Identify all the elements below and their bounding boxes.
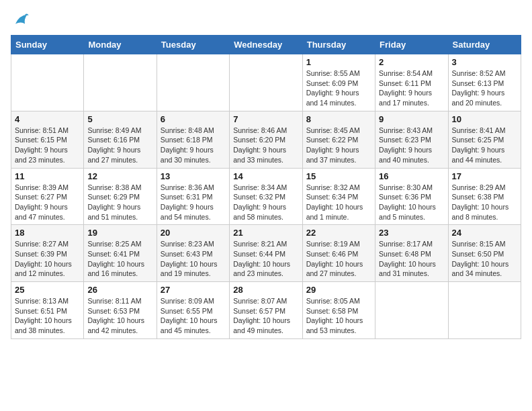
day-number: 14 (233, 171, 298, 181)
day-cell: 21Sunrise: 8:21 AM Sunset: 6:44 PM Dayli… (230, 225, 302, 282)
day-cell: 29Sunrise: 8:05 AM Sunset: 6:58 PM Dayli… (302, 282, 375, 339)
day-info: Sunrise: 8:13 AM Sunset: 6:51 PM Dayligh… (15, 296, 80, 336)
day-cell (157, 54, 229, 111)
day-number: 9 (379, 114, 444, 124)
day-number: 24 (452, 228, 517, 238)
day-header-saturday: Saturday (448, 36, 521, 54)
day-info: Sunrise: 8:15 AM Sunset: 6:50 PM Dayligh… (452, 239, 517, 279)
day-number: 5 (87, 114, 152, 124)
day-number: 19 (87, 228, 152, 238)
day-cell (375, 282, 448, 339)
day-cell: 4Sunrise: 8:51 AM Sunset: 6:15 PM Daylig… (11, 111, 84, 168)
day-info: Sunrise: 8:43 AM Sunset: 6:23 PM Dayligh… (379, 126, 444, 165)
day-info: Sunrise: 8:07 AM Sunset: 6:57 PM Dayligh… (233, 296, 298, 336)
day-cell: 19Sunrise: 8:25 AM Sunset: 6:41 PM Dayli… (84, 225, 157, 282)
day-cell: 11Sunrise: 8:39 AM Sunset: 6:27 PM Dayli… (11, 168, 84, 225)
day-header-sunday: Sunday (11, 36, 84, 54)
day-cell: 16Sunrise: 8:30 AM Sunset: 6:36 PM Dayli… (375, 168, 448, 225)
day-number: 23 (379, 228, 444, 238)
day-cell: 3Sunrise: 8:52 AM Sunset: 6:13 PM Daylig… (448, 54, 521, 111)
week-row-1: 4Sunrise: 8:51 AM Sunset: 6:15 PM Daylig… (11, 111, 521, 168)
day-cell: 7Sunrise: 8:46 AM Sunset: 6:20 PM Daylig… (230, 111, 302, 168)
day-info: Sunrise: 8:39 AM Sunset: 6:27 PM Dayligh… (15, 183, 80, 222)
day-info: Sunrise: 8:19 AM Sunset: 6:46 PM Dayligh… (306, 239, 371, 279)
day-info: Sunrise: 8:48 AM Sunset: 6:18 PM Dayligh… (161, 126, 226, 165)
day-cell: 23Sunrise: 8:17 AM Sunset: 6:48 PM Dayli… (375, 225, 448, 282)
day-number: 18 (15, 228, 80, 238)
day-cell (11, 54, 84, 111)
day-header-friday: Friday (375, 36, 448, 54)
day-header-tuesday: Tuesday (157, 36, 229, 54)
logo (11, 11, 32, 30)
week-row-4: 25Sunrise: 8:13 AM Sunset: 6:51 PM Dayli… (11, 282, 521, 339)
day-number: 2 (379, 57, 444, 67)
day-number: 26 (87, 285, 152, 295)
day-cell: 18Sunrise: 8:27 AM Sunset: 6:39 PM Dayli… (11, 225, 84, 282)
day-cell (230, 54, 302, 111)
week-row-2: 11Sunrise: 8:39 AM Sunset: 6:27 PM Dayli… (11, 168, 521, 225)
day-info: Sunrise: 8:29 AM Sunset: 6:38 PM Dayligh… (452, 183, 517, 222)
day-number: 22 (306, 228, 371, 238)
day-info: Sunrise: 8:27 AM Sunset: 6:39 PM Dayligh… (15, 239, 80, 279)
day-cell: 15Sunrise: 8:32 AM Sunset: 6:34 PM Dayli… (302, 168, 375, 225)
day-number: 6 (161, 114, 226, 124)
day-info: Sunrise: 8:34 AM Sunset: 6:32 PM Dayligh… (233, 183, 298, 222)
day-cell: 10Sunrise: 8:41 AM Sunset: 6:25 PM Dayli… (448, 111, 521, 168)
day-info: Sunrise: 8:45 AM Sunset: 6:22 PM Dayligh… (306, 126, 371, 165)
day-cell: 27Sunrise: 8:09 AM Sunset: 6:55 PM Dayli… (157, 282, 229, 339)
day-cell: 28Sunrise: 8:07 AM Sunset: 6:57 PM Dayli… (230, 282, 302, 339)
day-cell: 5Sunrise: 8:49 AM Sunset: 6:16 PM Daylig… (84, 111, 157, 168)
day-header-wednesday: Wednesday (230, 36, 302, 54)
day-info: Sunrise: 8:09 AM Sunset: 6:55 PM Dayligh… (161, 296, 226, 336)
day-number: 10 (452, 114, 517, 124)
day-cell: 22Sunrise: 8:19 AM Sunset: 6:46 PM Dayli… (302, 225, 375, 282)
day-info: Sunrise: 8:25 AM Sunset: 6:41 PM Dayligh… (87, 239, 152, 279)
day-cell: 6Sunrise: 8:48 AM Sunset: 6:18 PM Daylig… (157, 111, 229, 168)
day-info: Sunrise: 8:23 AM Sunset: 6:43 PM Dayligh… (161, 239, 226, 279)
day-cell: 9Sunrise: 8:43 AM Sunset: 6:23 PM Daylig… (375, 111, 448, 168)
logo-icon (11, 11, 30, 30)
day-info: Sunrise: 8:51 AM Sunset: 6:15 PM Dayligh… (15, 126, 80, 165)
day-cell: 20Sunrise: 8:23 AM Sunset: 6:43 PM Dayli… (157, 225, 229, 282)
day-info: Sunrise: 8:38 AM Sunset: 6:29 PM Dayligh… (87, 183, 152, 222)
day-info: Sunrise: 8:21 AM Sunset: 6:44 PM Dayligh… (233, 239, 298, 279)
day-number: 4 (15, 114, 80, 124)
day-info: Sunrise: 8:54 AM Sunset: 6:11 PM Dayligh… (379, 68, 444, 108)
calendar-header-row: SundayMondayTuesdayWednesdayThursdayFrid… (11, 36, 521, 54)
day-number: 27 (161, 285, 226, 295)
calendar: SundayMondayTuesdayWednesdayThursdayFrid… (11, 35, 521, 339)
day-cell: 25Sunrise: 8:13 AM Sunset: 6:51 PM Dayli… (11, 282, 84, 339)
day-number: 11 (15, 171, 80, 181)
day-info: Sunrise: 8:30 AM Sunset: 6:36 PM Dayligh… (379, 183, 444, 222)
day-cell (84, 54, 157, 111)
day-number: 16 (379, 171, 444, 181)
header (11, 11, 521, 30)
day-cell: 24Sunrise: 8:15 AM Sunset: 6:50 PM Dayli… (448, 225, 521, 282)
day-number: 21 (233, 228, 298, 238)
day-number: 15 (306, 171, 371, 181)
day-number: 7 (233, 114, 298, 124)
day-number: 28 (233, 285, 298, 295)
day-info: Sunrise: 8:05 AM Sunset: 6:58 PM Dayligh… (306, 296, 371, 336)
day-info: Sunrise: 8:11 AM Sunset: 6:53 PM Dayligh… (87, 296, 152, 336)
day-cell: 26Sunrise: 8:11 AM Sunset: 6:53 PM Dayli… (84, 282, 157, 339)
day-number: 25 (15, 285, 80, 295)
day-info: Sunrise: 8:17 AM Sunset: 6:48 PM Dayligh… (379, 239, 444, 279)
day-info: Sunrise: 8:52 AM Sunset: 6:13 PM Dayligh… (452, 68, 517, 108)
day-info: Sunrise: 8:55 AM Sunset: 6:09 PM Dayligh… (306, 68, 371, 108)
day-number: 12 (87, 171, 152, 181)
day-info: Sunrise: 8:46 AM Sunset: 6:20 PM Dayligh… (233, 126, 298, 165)
day-cell: 17Sunrise: 8:29 AM Sunset: 6:38 PM Dayli… (448, 168, 521, 225)
day-header-monday: Monday (84, 36, 157, 54)
day-info: Sunrise: 8:32 AM Sunset: 6:34 PM Dayligh… (306, 183, 371, 222)
day-cell: 12Sunrise: 8:38 AM Sunset: 6:29 PM Dayli… (84, 168, 157, 225)
day-cell: 8Sunrise: 8:45 AM Sunset: 6:22 PM Daylig… (302, 111, 375, 168)
day-info: Sunrise: 8:36 AM Sunset: 6:31 PM Dayligh… (161, 183, 226, 222)
day-number: 1 (306, 57, 371, 67)
day-number: 8 (306, 114, 371, 124)
day-cell: 14Sunrise: 8:34 AM Sunset: 6:32 PM Dayli… (230, 168, 302, 225)
day-number: 17 (452, 171, 517, 181)
day-number: 13 (161, 171, 226, 181)
day-number: 3 (452, 57, 517, 67)
week-row-3: 18Sunrise: 8:27 AM Sunset: 6:39 PM Dayli… (11, 225, 521, 282)
